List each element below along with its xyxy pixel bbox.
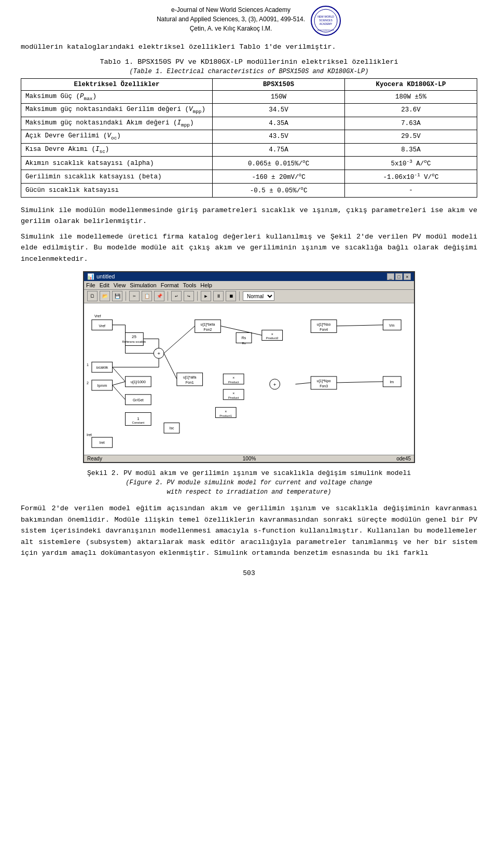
cell-property: Maksimum güç noktasındaki Akım değeri (I… — [21, 117, 213, 130]
svg-text:u[1]*alfa: u[1]*alfa — [183, 375, 197, 380]
svg-text:Referans sıcaklık: Referans sıcaklık — [122, 340, 146, 343]
cell-kyocera: 23.6V — [345, 104, 477, 117]
window-menubar[interactable]: File Edit View Simulation Format Tools H… — [84, 281, 414, 290]
menu-tools[interactable]: Tools — [183, 282, 197, 288]
svg-text:Iret: Iret — [100, 441, 105, 444]
cell-property: Gerilimin sıcaklık katsayısı (beta) — [21, 170, 213, 184]
svg-text:ACADEMY: ACADEMY — [320, 22, 333, 25]
cell-property: Maksimum güç noktasındaki Gerilim değeri… — [21, 104, 213, 117]
figure-caption-english-2: with respect to irradiation and temperat… — [21, 487, 477, 497]
table-row: Gücün sıcaklık katsayısı -0.5 ± 0.05%/oC… — [21, 184, 477, 197]
svg-text:u[1]/1000: u[1]/1000 — [131, 380, 146, 384]
journal-logo: NEW WORLD SCIENCES ACADEMY www.newwsa.co… — [310, 5, 341, 36]
redo-button[interactable]: ↪ — [184, 291, 194, 301]
cut-button[interactable]: ✂ — [129, 291, 140, 301]
maximize-button[interactable]: □ — [395, 273, 403, 280]
cell-bpsx: 4.75A — [213, 143, 345, 157]
simulink-window[interactable]: 📊 untitled _ □ × File Edit View Simulati… — [83, 271, 415, 463]
svg-text:Gr/Get: Gr/Get — [133, 398, 144, 401]
cell-property: Akımın sıcaklık katsayısı (alpha) — [21, 157, 213, 170]
play-button[interactable]: ▶ — [201, 291, 211, 301]
svg-text:+: + — [157, 351, 160, 356]
block-diagram-svg: Vref Vref 25 Referans sıcaklık 1 sıcaklı… — [84, 303, 414, 455]
col-header-bpsx: BPSX150S — [213, 78, 345, 90]
svg-text:×: × — [225, 409, 227, 413]
table-row: Gerilimin sıcaklık katsayısı (beta) -160… — [21, 170, 477, 184]
table-row: Kısa Devre Akımı (Isc) 4.75A 8.35A — [21, 143, 477, 157]
menu-help[interactable]: Help — [200, 282, 212, 288]
svg-text:Vm: Vm — [389, 323, 395, 327]
menu-simulation[interactable]: Simulation — [130, 282, 156, 288]
toolbar-separator-2 — [168, 291, 168, 301]
copy-button[interactable]: 📋 — [142, 291, 152, 301]
table-title: Tablo 1. BPSX150S PV ve KD180GX-LP modül… — [21, 58, 477, 66]
journal-line2: Natural and Applied Sciences, 3, (3), A0… — [157, 15, 305, 24]
svg-text:Constant: Constant — [132, 421, 144, 424]
svg-text:u[1]*Npo: u[1]*Npo — [317, 379, 331, 383]
intro-paragraph: modüllerin kataloglarındaki elektriksel … — [21, 41, 477, 53]
save-button[interactable]: 💾 — [112, 291, 122, 301]
col-header-kyocera: Kyocera KD180GX-LP — [345, 78, 477, 90]
window-statusbar: Ready 100% ode45 — [84, 455, 414, 462]
journal-info: e-Journal of New World Sciences Academy … — [157, 5, 305, 33]
svg-text:Im: Im — [390, 380, 394, 383]
svg-text:Rs: Rs — [242, 336, 246, 340]
cell-kyocera: 5x10-3 A/oC — [345, 157, 477, 170]
properties-table: Elektriksel Özellikler BPSX150S Kyocera … — [21, 78, 477, 198]
svg-text:1: 1 — [87, 363, 89, 367]
cell-property: Gücün sıcaklık katsayısı — [21, 184, 213, 197]
svg-text:Product: Product — [228, 396, 239, 399]
svg-text:1: 1 — [137, 416, 140, 421]
table-row: Maksimum güç noktasındaki Gerilim değeri… — [21, 104, 477, 117]
table-row: Açık Devre Gerilimi (Voc) 43.5V 29.5V — [21, 130, 477, 144]
window-controls[interactable]: _ □ × — [387, 273, 411, 280]
new-button[interactable]: 🗋 — [87, 291, 98, 301]
toolbar-separator-3 — [197, 291, 198, 301]
cell-kyocera: 7.63A — [345, 117, 477, 130]
stop-button[interactable]: ⏹ — [226, 291, 236, 301]
svg-text:u[1]*beta: u[1]*beta — [201, 322, 215, 326]
open-button[interactable]: 📂 — [100, 291, 110, 301]
titlebar-left: 📊 untitled — [87, 273, 115, 280]
figure-caption-turkish: Şekil 2. PV modül akım ve gerilimin ışın… — [21, 468, 477, 479]
menu-file[interactable]: File — [86, 282, 95, 288]
svg-text:Product1: Product1 — [219, 414, 232, 417]
svg-text:+: + — [273, 381, 276, 387]
svg-text:-: - — [155, 347, 157, 352]
cell-bpsx: 4.35A — [213, 117, 345, 130]
svg-text:Fon2: Fon2 — [204, 327, 212, 331]
svg-text:www.newwsa.com: www.newwsa.com — [317, 29, 335, 31]
menu-edit[interactable]: Edit — [100, 282, 109, 288]
close-button[interactable]: × — [404, 273, 411, 280]
svg-text:Product2: Product2 — [266, 337, 279, 340]
toolbar-separator-4 — [239, 291, 240, 301]
cell-bpsx: 34.5V — [213, 104, 345, 117]
cell-bpsx: 43.5V — [213, 130, 345, 144]
svg-text:Iret: Iret — [87, 433, 92, 437]
page-header: e-Journal of New World Sciences Academy … — [0, 0, 498, 39]
status-ready: Ready — [87, 456, 102, 461]
cell-bpsx: -0.5 ± 0.05%/oC — [213, 184, 345, 197]
cell-property: Maksimum Güç (Pmax) — [21, 90, 213, 104]
minimize-button[interactable]: _ — [387, 273, 394, 280]
undo-button[interactable]: ↩ — [171, 291, 182, 301]
window-toolbar[interactable]: 🗋 📂 💾 ✂ 📋 📌 ↩ ↪ ▶ ⏸ ⏹ Normal — [84, 290, 414, 303]
svg-text:×: × — [232, 376, 234, 380]
menu-view[interactable]: View — [114, 282, 126, 288]
table-row: Maksimum Güç (Pmax) 150W 180W ±5% — [21, 90, 477, 104]
menu-format[interactable]: Format — [161, 282, 179, 288]
toolbar-separator — [126, 291, 126, 301]
window-icon: 📊 — [87, 273, 94, 280]
table-row: Maksimum güç noktasındaki Akım değeri (I… — [21, 117, 477, 130]
svg-text:×: × — [232, 391, 234, 395]
window-title: untitled — [96, 273, 115, 279]
window-titlebar: 📊 untitled _ □ × — [84, 272, 414, 281]
simulation-mode-dropdown[interactable]: Normal — [243, 291, 274, 301]
paste-button[interactable]: 📌 — [154, 291, 164, 301]
svg-text:u[1]*Nso: u[1]*Nso — [317, 322, 331, 326]
svg-text:2: 2 — [87, 381, 89, 384]
svg-text:SCIENCES: SCIENCES — [319, 19, 333, 22]
pause-button[interactable]: ⏸ — [213, 291, 224, 301]
cell-kyocera: -1.06x10-1 V/oC — [345, 170, 477, 184]
figure-2-container: 📊 untitled _ □ × File Edit View Simulati… — [21, 271, 477, 497]
